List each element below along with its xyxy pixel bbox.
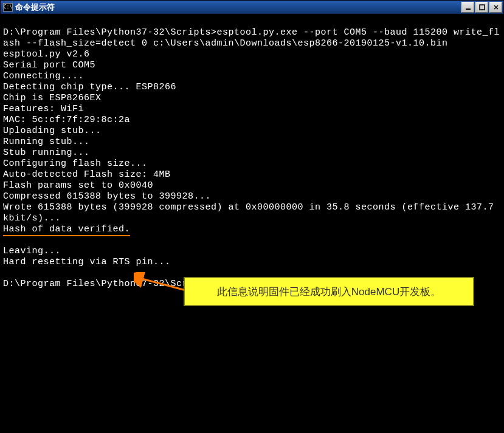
svg-line-5	[140, 278, 185, 290]
maximize-icon	[479, 4, 485, 10]
terminal-line-highlighted: Hash of data verified.	[3, 224, 130, 236]
terminal-line: Auto-detected Flash size: 4MB	[3, 169, 171, 180]
terminal-line: Serial port COM5	[3, 60, 95, 70]
svg-rect-0	[466, 9, 471, 10]
terminal-line: Features: WiFi	[3, 104, 84, 114]
terminal-line: Detecting chip type... ESP8266	[3, 82, 176, 92]
cmd-icon-label: C:\	[4, 4, 12, 10]
window-title: 命令提示符	[15, 2, 55, 13]
annotation-text: 此信息说明固件已经成功刷入NodeMCU开发板。	[217, 285, 441, 299]
terminal-line: Uploading stub...	[3, 126, 102, 136]
minimize-icon	[465, 4, 471, 10]
terminal-line: MAC: 5c:cf:7f:29:8c:2a	[3, 115, 130, 125]
terminal-line: Flash params set to 0x0040	[3, 180, 153, 191]
terminal-line: Running stub...	[3, 137, 90, 147]
close-icon	[493, 4, 499, 10]
command-prompt-window: C:\ 命令提示符 D:\Program Files\Python37-32\S…	[0, 0, 504, 433]
annotation-arrow	[134, 272, 188, 299]
svg-rect-1	[480, 5, 485, 10]
terminal-line: Hard resetting via RTS pin...	[3, 257, 171, 267]
terminal-line: Compressed 615388 bytes to 399928...	[3, 191, 211, 202]
terminal-line: D:\Program Files\Python37-32\Scripts>esp…	[3, 27, 500, 49]
terminal-content[interactable]: D:\Program Files\Python37-32\Scripts>esp…	[1, 14, 503, 432]
terminal-line: Chip is ESP8266EX	[3, 93, 102, 103]
window-controls	[461, 2, 502, 13]
minimize-button[interactable]	[461, 2, 474, 13]
terminal-line: Connecting....	[3, 71, 84, 81]
close-button[interactable]	[489, 2, 502, 13]
cmd-icon: C:\	[3, 3, 13, 12]
titlebar-left: C:\ 命令提示符	[3, 2, 55, 13]
annotation-callout: 此信息说明固件已经成功刷入NodeMCU开发板。	[184, 277, 474, 306]
terminal-line: Wrote 615388 bytes (399928 compressed) a…	[3, 202, 500, 223]
titlebar[interactable]: C:\ 命令提示符	[1, 1, 503, 14]
terminal-line: Configuring flash size...	[3, 159, 148, 169]
terminal-line: esptool.py v2.6	[3, 49, 90, 60]
terminal-line: Stub running...	[3, 148, 90, 158]
arrow-icon	[134, 272, 188, 296]
maximize-button[interactable]	[475, 2, 488, 13]
terminal-line: Leaving...	[3, 246, 61, 256]
